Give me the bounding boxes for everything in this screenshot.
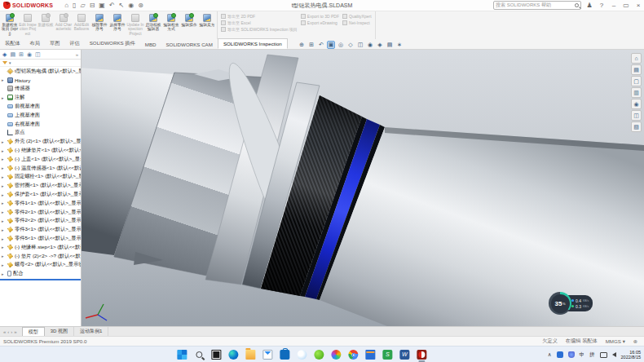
export-menu-item[interactable]: QualityXpert — [342, 14, 372, 19]
panel-tab-icon[interactable]: ◈ — [2, 51, 7, 59]
taskbar-app-button[interactable] — [262, 348, 273, 361]
help-button[interactable]: ? — [598, 2, 606, 9]
quick-access-icon[interactable]: ↖ — [119, 2, 125, 10]
quick-access-icon[interactable]: ▣ — [99, 2, 105, 10]
expander-icon[interactable]: ▸ — [2, 77, 6, 82]
display-tray-icon[interactable] — [600, 352, 607, 358]
document-tab[interactable]: 3D 视图 — [45, 327, 74, 337]
ribbon-button[interactable]: 启动模板编辑器 — [144, 12, 162, 38]
taskbar-app-button[interactable]: W — [399, 348, 410, 361]
export-menu-item[interactable]: 导出至 2D PDF — [221, 14, 298, 19]
expander-icon[interactable]: ▸ — [2, 148, 6, 153]
document-tab[interactable]: 运动算例1 — [74, 327, 108, 337]
expander-icon[interactable]: ▸ — [2, 174, 6, 179]
tree-item[interactable]: ▸ (-) 温度传感器<1> (默认<<默认>_ — [0, 164, 81, 173]
expander-icon[interactable]: ▸ — [2, 192, 6, 197]
search-input[interactable]: 搜索 SOLIDWORKS 帮助 — [493, 1, 581, 10]
ribbon-button[interactable]: 移除零件序号 — [90, 12, 108, 38]
headsup-icon[interactable]: ◉ — [366, 41, 374, 49]
tree-item[interactable]: 上视基准面 — [0, 111, 81, 120]
export-menu-item[interactable]: 导出至 Excel — [221, 20, 298, 25]
tree-item[interactable]: ▸ History — [0, 76, 81, 85]
export-menu-item[interactable]: Export eDrawing — [301, 20, 339, 25]
ribbon-button[interactable]: 编辑操作 — [180, 12, 198, 38]
export-menu-item[interactable]: Net-Inspect — [342, 20, 372, 25]
expander-icon[interactable]: ▸ — [2, 245, 6, 249]
close-button[interactable]: × — [634, 2, 642, 9]
taskbar-app-button[interactable] — [245, 348, 256, 361]
tree-item[interactable]: ▸ 零件3<1> (默认<<默认>_显示状态 — [0, 225, 81, 234]
tree-item[interactable]: ▸ 配合 — [0, 269, 81, 278]
commandmanager-tab[interactable]: SOLIDWORKS 插件 — [85, 38, 140, 49]
panel-tab-icon[interactable]: ▤ — [10, 51, 15, 59]
volume-icon[interactable] — [612, 352, 616, 357]
ribbon-button[interactable]: Add/Edit Balloons — [73, 12, 90, 38]
expander-icon[interactable]: ▸ — [2, 95, 6, 100]
ime-language[interactable]: 中 — [580, 351, 585, 359]
headsup-icon[interactable]: ▤ — [386, 41, 394, 49]
tray-shield-icon[interactable] — [568, 351, 575, 358]
restore-button[interactable]: ▭ — [622, 2, 630, 9]
expander-icon[interactable]: ▸ — [2, 219, 6, 223]
task-pane-tab[interactable]: ▢ — [631, 76, 642, 86]
tree-item[interactable]: ▸ 零件5<1> (默认<<默认>_显示状态 — [0, 234, 81, 243]
task-pane-tab[interactable]: ⌂ — [631, 53, 642, 64]
ime-mode[interactable]: 拼 — [589, 351, 595, 359]
net-speed-widget[interactable]: 0.4 KB/s 0.3 KB/s 35 % — [568, 295, 593, 311]
quick-access-icon[interactable]: ⊛ — [138, 2, 143, 10]
commandmanager-tab[interactable]: MBD — [140, 40, 161, 49]
headsup-icon[interactable]: ◎ — [337, 41, 345, 49]
ribbon-button[interactable]: Add Characteristic — [55, 12, 73, 38]
tree-item[interactable]: ▸ (-) 垫片 (2)<2> ->? (默认<<默认> — [0, 252, 81, 261]
taskbar-app-button[interactable] — [416, 348, 427, 361]
tree-item[interactable]: 前视基准面 — [0, 102, 81, 111]
quick-access-icon[interactable]: ◉ — [128, 2, 134, 10]
panel-tab-icon[interactable]: ◉ — [27, 51, 32, 59]
tree-item[interactable]: 原点 — [0, 129, 81, 138]
taskbar-app-button[interactable] — [364, 348, 376, 361]
task-pane-tab[interactable]: ▧ — [631, 121, 642, 132]
tray-app-icon[interactable] — [557, 351, 563, 358]
document-tab[interactable]: 模型 — [22, 327, 45, 337]
tree-item[interactable]: ▸ 固定螺栓<1> (默认<<默认>_显示 — [0, 173, 81, 182]
task-pane-tab[interactable]: ◫ — [631, 110, 642, 121]
unit-system[interactable]: MMGS ▾ — [606, 338, 625, 344]
commandmanager-tab[interactable]: 评估 — [64, 38, 84, 49]
ribbon-button[interactable]: Update Inspection Project — [126, 12, 144, 38]
taskbar-app-button[interactable] — [347, 348, 359, 361]
panel-tab-icon[interactable]: ◫ — [35, 51, 41, 59]
tree-item[interactable]: ▸ 零件1<1> (默认<<默认>_显示状态 — [0, 199, 81, 208]
taskbar-app-button[interactable] — [210, 348, 222, 361]
export-menu-item[interactable]: 导出至 SOLIDWORKS Inspection 项目 — [221, 27, 298, 32]
login-button[interactable]: ♟ — [585, 2, 593, 9]
headsup-icon[interactable]: ◈ — [376, 41, 384, 49]
task-pane-tab[interactable]: ▤ — [631, 64, 642, 75]
tree-item[interactable]: 传感器 — [0, 85, 81, 94]
ribbon-button[interactable]: 新建检查项目 (ixprj) — [1, 12, 19, 38]
tray-chevron-icon[interactable]: ∧ — [548, 351, 552, 358]
tree-item[interactable]: ▸ 零件2<1> (默认<<默认>_显示状态 — [0, 208, 81, 217]
tree-item[interactable]: ▸ 密封圈<1> (默认<<默认>_显示状 — [0, 181, 81, 190]
tree-item[interactable]: 右视基准面 — [0, 120, 81, 129]
headsup-icon[interactable]: ◫ — [356, 41, 364, 49]
ribbon-button[interactable]: 新建模板 — [37, 12, 55, 38]
expander-icon[interactable]: ▸ — [2, 254, 6, 258]
tree-item[interactable]: ▸ (-) 绝缘垫片<1> (默认<<默认>_显 — [0, 146, 81, 155]
commandmanager-tab[interactable]: 装配体 — [0, 38, 25, 49]
quick-access-icon[interactable]: ⌂ — [64, 2, 68, 10]
quick-access-icon[interactable]: ▱ — [80, 2, 85, 10]
taskbar-app-button[interactable] — [227, 348, 239, 361]
taskbar-app-button[interactable] — [176, 348, 187, 361]
headsup-icon[interactable]: ↶ — [317, 41, 325, 49]
taskbar-app-button[interactable] — [313, 348, 324, 361]
taskbar-app-button[interactable] — [193, 348, 205, 361]
tree-item[interactable]: ▸ 外壳 (2)<1> (默认<<默认>_显示状 — [0, 137, 81, 146]
expander-icon[interactable]: ▸ — [2, 210, 6, 214]
tree-item[interactable]: ▸ (-) 绝缘棒.step<1> (默认<<默认> — [0, 243, 81, 252]
expander-icon[interactable]: ▸ — [2, 227, 6, 232]
ribbon-button[interactable]: 编辑检查方式 — [162, 12, 180, 38]
commandmanager-tab[interactable]: SOLIDWORKS CAM — [161, 40, 217, 49]
commandmanager-tab[interactable]: SOLIDWORKS Inspection — [218, 38, 288, 49]
minimize-button[interactable]: – — [610, 2, 618, 9]
tree-item[interactable]: ▸ (-) 上盖<1> (默认<<默认>_显示状 — [0, 155, 81, 164]
